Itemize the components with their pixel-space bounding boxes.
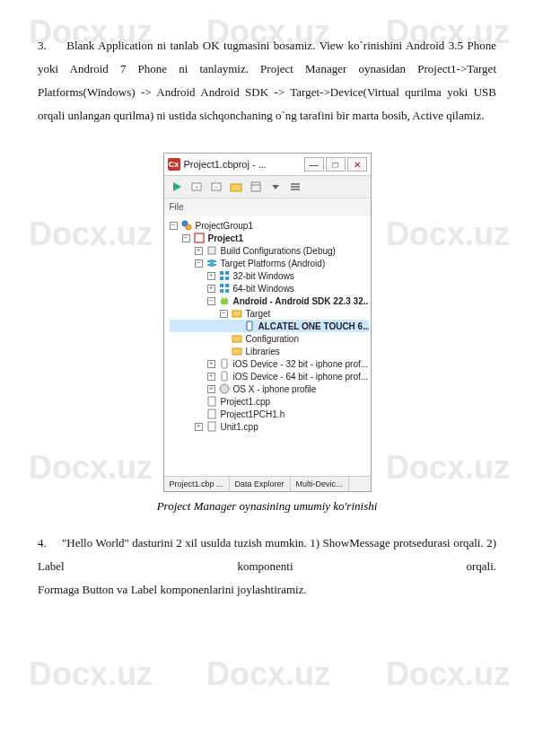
node-label: 32-bit Windows — [233, 271, 294, 281]
tree-libs[interactable]: Libraries — [170, 345, 369, 357]
expand-icon[interactable]: + — [195, 247, 203, 255]
svg-point-25 — [222, 297, 223, 299]
svg-rect-30 — [232, 348, 241, 355]
project-icon — [194, 233, 205, 243]
tree-win64[interactable]: + 64-bit Windows — [170, 282, 369, 294]
folder-icon — [232, 333, 242, 344]
folder-icon[interactable] — [229, 180, 243, 194]
watermark: Docx.uz — [206, 655, 330, 693]
tree-build[interactable]: + Build Configurations (Debug) — [170, 244, 369, 257]
svg-rect-18 — [220, 277, 223, 280]
dropdown-icon[interactable] — [268, 180, 283, 194]
svg-rect-14 — [195, 233, 204, 242]
svg-rect-20 — [220, 284, 223, 287]
svg-rect-11 — [291, 189, 300, 190]
tree-ios64[interactable]: + iOS Device - 64 bit - iphone prof... — [170, 370, 369, 382]
folder-icon — [232, 308, 242, 319]
node-label: ALCATEL ONE TOUCH 6... — [258, 321, 369, 331]
collapse-icon[interactable]: − — [182, 234, 190, 242]
phone-icon — [244, 321, 255, 331]
build-icon — [206, 245, 217, 256]
collapse-icon[interactable]: − — [170, 222, 178, 230]
svg-rect-31 — [222, 359, 227, 368]
window-title: Project1.cbproj - ... — [184, 159, 301, 170]
tree-cpp[interactable]: Project1.cpp — [170, 395, 369, 408]
svg-rect-21 — [225, 284, 229, 287]
tree-root[interactable]: − ProjectGroup1 — [170, 219, 369, 232]
expand-icon[interactable]: + — [195, 423, 203, 431]
menu-icon[interactable] — [288, 180, 302, 194]
minimize-button[interactable]: — — [304, 157, 324, 171]
platforms-icon — [206, 258, 217, 268]
tree-target-platforms[interactable]: − Target Platforms (Android) — [170, 257, 369, 269]
expand-icon[interactable]: + — [207, 272, 215, 280]
tree-win32[interactable]: + 32-bit Windows — [170, 269, 369, 282]
tree-osx[interactable]: + OS X - iphone profile — [170, 382, 369, 395]
expand-icon[interactable]: + — [207, 360, 215, 368]
cpp-file-icon — [206, 396, 217, 407]
tree-project[interactable]: − Project1 — [170, 232, 369, 244]
svg-rect-15 — [208, 247, 215, 254]
node-label: Build Configurations (Debug) — [221, 246, 336, 256]
svg-marker-0 — [173, 182, 181, 191]
collapse-icon[interactable]: − — [207, 297, 215, 305]
tree-ios32[interactable]: + iOS Device - 32 bit - iphone prof... — [170, 357, 369, 370]
node-label: Unit1.cpp — [221, 422, 258, 432]
h-file-icon — [206, 409, 217, 419]
spacer — [220, 335, 228, 343]
figure-project-manager: Cx Project1.cbproj - ... — □ ✕ + − File — [38, 153, 496, 492]
node-label: Project1PCH1.h — [221, 409, 285, 419]
maximize-button[interactable]: □ — [326, 157, 346, 171]
tree-unit[interactable]: + Unit1.cpp — [170, 420, 369, 433]
svg-rect-9 — [291, 183, 300, 185]
project-tree: − ProjectGroup1 − Project1 + Build Confi… — [164, 215, 371, 476]
windows-icon — [219, 283, 230, 294]
svg-rect-32 — [222, 372, 227, 381]
paragraph-text: Blank Application ni tanlab OK tugmasini… — [38, 39, 496, 122]
svg-rect-36 — [208, 422, 215, 431]
collapse-icon[interactable]: − — [220, 310, 228, 318]
spacer — [220, 347, 228, 356]
view-icon[interactable] — [249, 180, 263, 194]
paragraph-text: "Hello World" dasturini 2 xil usulda tuz… — [38, 536, 496, 573]
app-icon: Cx — [168, 158, 180, 171]
tree-config[interactable]: Configuration — [170, 332, 369, 345]
list-number: 3. — [38, 39, 47, 52]
node-label: Project1 — [208, 233, 243, 243]
svg-rect-34 — [208, 397, 215, 406]
collapse-icon[interactable]: − — [195, 259, 203, 268]
tab-multi-device[interactable]: Multi-Devic... — [291, 477, 349, 491]
svg-rect-17 — [225, 271, 229, 275]
node-label: iOS Device - 32 bit - iphone prof... — [233, 359, 369, 369]
android-icon — [219, 295, 230, 306]
svg-point-13 — [186, 224, 191, 230]
bottom-tabs: Project1.cbp ... Data Explorer Multi-Dev… — [164, 476, 371, 491]
node-label: 64-bit Windows — [233, 284, 294, 294]
ios-icon — [219, 371, 230, 382]
svg-rect-28 — [247, 321, 252, 330]
expand-icon[interactable]: + — [207, 285, 215, 293]
node-label: Configuration — [246, 334, 299, 344]
paragraph-4-line2: Formaga Button va Label komponenlarini j… — [38, 578, 496, 602]
remove-icon[interactable]: − — [209, 180, 223, 194]
list-number: 4. — [38, 536, 47, 549]
tab-data-explorer[interactable]: Data Explorer — [230, 477, 291, 491]
add-icon[interactable]: + — [189, 180, 204, 194]
tree-pch[interactable]: Project1PCH1.h — [170, 408, 369, 420]
group-icon — [181, 220, 192, 231]
tree-android[interactable]: − Android - Android SDK 22.3 32... — [170, 294, 369, 307]
close-button[interactable]: ✕ — [347, 157, 367, 171]
node-label: Libraries — [246, 347, 280, 356]
run-icon[interactable] — [170, 180, 184, 194]
node-label: Project1.cpp — [221, 397, 271, 407]
tree-target[interactable]: − Target — [170, 307, 369, 320]
svg-marker-8 — [272, 185, 279, 189]
expand-icon[interactable]: + — [207, 373, 215, 381]
tab-project[interactable]: Project1.cbp ... — [164, 477, 230, 491]
svg-rect-27 — [232, 311, 241, 317]
tree-device[interactable]: ALCATEL ONE TOUCH 6... — [170, 320, 369, 332]
svg-rect-19 — [225, 277, 229, 280]
expand-icon[interactable]: + — [207, 385, 215, 393]
svg-rect-5 — [231, 184, 241, 191]
watermark: Docx.uz — [386, 655, 510, 693]
